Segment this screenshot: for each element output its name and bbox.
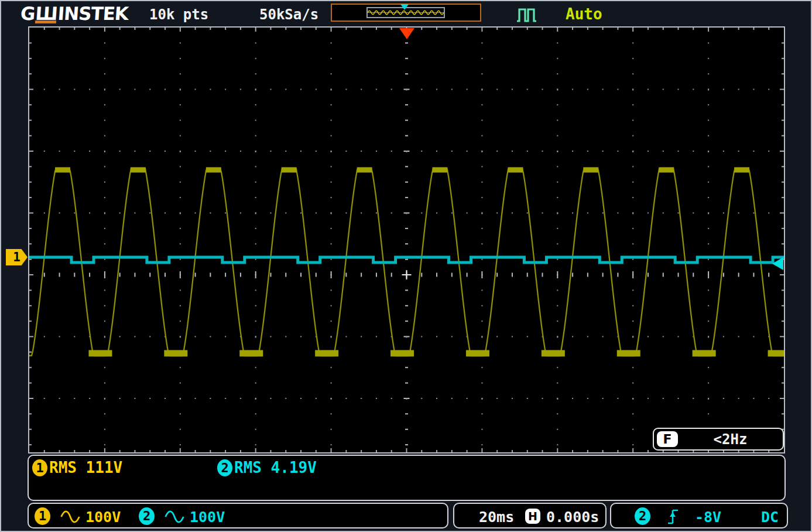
measurement-ch2[interactable]: 2 RMS 4.19V bbox=[217, 459, 317, 476]
timebase-status-box[interactable]: 20ms H 0.000s bbox=[453, 503, 607, 528]
graticule-and-traces bbox=[29, 28, 784, 452]
memory-depth-label: 10k pts bbox=[149, 6, 208, 23]
trigger-level-marker-icon bbox=[772, 257, 783, 270]
ch1-rms-value: RMS 111V bbox=[49, 459, 122, 476]
frequency-counter-value: <2Hz bbox=[678, 431, 783, 448]
ch2-status-badge[interactable]: 2 bbox=[139, 507, 155, 525]
trigger-status-box[interactable]: 2 -8V DC bbox=[610, 503, 788, 528]
trigger-mode-label: Auto bbox=[566, 5, 602, 23]
frequency-counter-icon: F bbox=[657, 431, 678, 447]
ch1-badge: 1 bbox=[32, 459, 47, 476]
acquisition-preview-bar[interactable] bbox=[331, 4, 481, 22]
trigger-level-value: -8V bbox=[695, 509, 721, 526]
trigger-source-badge[interactable]: 2 bbox=[635, 507, 650, 525]
ch1-coupling-sine-icon bbox=[60, 510, 81, 523]
horizontal-position-icon: H bbox=[525, 509, 540, 524]
ch1-volts-per-div: 100V bbox=[85, 509, 121, 526]
measurement-ch1[interactable]: 1 RMS 111V bbox=[32, 459, 122, 476]
ch2-coupling-sine-icon bbox=[164, 510, 185, 523]
measurement-panel: 1 RMS 111V 2 RMS 4.19V bbox=[28, 455, 786, 501]
ch1-status-badge[interactable]: 1 bbox=[35, 507, 50, 525]
rising-edge-icon bbox=[666, 507, 680, 526]
brand-logo: GШINSTEK bbox=[20, 3, 129, 24]
trigger-coupling-label: DC bbox=[761, 509, 779, 526]
preview-trigger-position-icon bbox=[400, 4, 409, 10]
horizontal-offset-value: 0.000s bbox=[546, 509, 599, 526]
oscilloscope-screen: GШINSTEK 10k pts 50kSa/s Auto 1 F <2Hz 1… bbox=[0, 0, 812, 532]
frequency-counter: F <2Hz bbox=[653, 428, 784, 451]
ch2-badge: 2 bbox=[217, 459, 232, 476]
ch2-volts-per-div: 100V bbox=[190, 509, 225, 526]
timebase-scale: 20ms bbox=[479, 509, 514, 526]
sample-rate-label: 50kSa/s bbox=[259, 6, 318, 23]
brand-accent-bar bbox=[35, 21, 56, 23]
waveform-display-area bbox=[28, 26, 785, 453]
trigger-position-marker-icon bbox=[399, 28, 414, 39]
ch1-ground-position-marker: 1 bbox=[6, 249, 28, 265]
brand-logo-g: G bbox=[20, 3, 36, 24]
trigger-type-pulse-icon bbox=[515, 5, 539, 23]
brand-logo-rest: INSTEK bbox=[57, 3, 129, 24]
ch2-rms-value: RMS 4.19V bbox=[234, 459, 317, 476]
channel-status-box[interactable]: 1 100V 2 100V bbox=[28, 503, 448, 528]
